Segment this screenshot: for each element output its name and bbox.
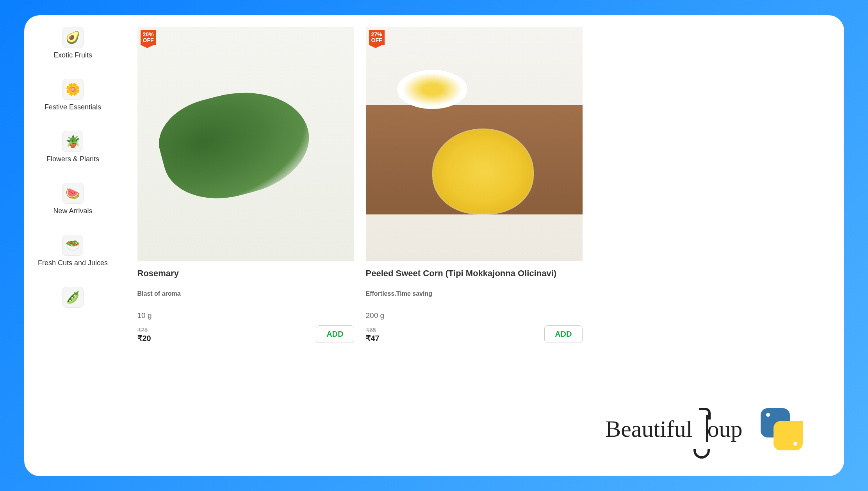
flower-icon: 🌼 [62, 79, 84, 100]
beans-icon: 🫛 [62, 287, 84, 308]
sidebar-item-exotic-fruits[interactable]: 🥑 Exotic Fruits [53, 27, 92, 59]
product-title: Rosemary [137, 268, 354, 279]
price-new: ₹20 [137, 334, 151, 343]
ladle-icon [690, 408, 710, 451]
sidebar-item-label: Festive Essentials [45, 103, 101, 111]
app-window: 🥑 Exotic Fruits 🌼 Festive Essentials 🪴 F… [24, 15, 844, 476]
bs-text-left: Beautiful [605, 416, 692, 443]
python-logo-icon [758, 406, 805, 453]
avocado-icon: 🥑 [62, 27, 84, 48]
discount-percent: 27% [371, 31, 382, 37]
beautifulsoup-logo: Beautiful oup [605, 408, 742, 451]
price-new: ₹47 [366, 334, 380, 343]
product-card-peeled-sweet-corn[interactable]: 27% OFF Peeled Sweet Corn (Tipi Mokkajon… [366, 27, 583, 476]
product-weight: 200 g [366, 311, 583, 320]
price-row: ₹65 ₹47 ADD [366, 325, 583, 343]
sidebar-item-label: Exotic Fruits [53, 51, 92, 59]
sidebar-item-label: New Arrivals [53, 207, 92, 215]
discount-badge: 27% OFF [369, 30, 385, 45]
sidebar-item-more[interactable]: 🫛 [62, 287, 84, 311]
price-row: ₹25 ₹20 ADD [137, 325, 354, 343]
add-button[interactable]: ADD [544, 325, 582, 343]
discount-off: OFF [371, 37, 382, 43]
sidebar: 🥑 Exotic Fruits 🌼 Festive Essentials 🪴 F… [24, 15, 122, 476]
bs-text-right: oup [708, 416, 743, 443]
sidebar-item-label: Flowers & Plants [46, 155, 99, 163]
product-tagline: Blast of aroma [137, 290, 354, 297]
product-card-rosemary[interactable]: 20% OFF Rosemary Blast of aroma 10 g ₹25… [137, 27, 354, 476]
plant-icon: 🪴 [62, 131, 83, 152]
price-old: ₹65 [366, 327, 380, 334]
price-old: ₹25 [137, 327, 151, 334]
sidebar-item-label: Fresh Cuts and Juices [38, 259, 108, 267]
product-image [366, 27, 583, 261]
footer-logos: Beautiful oup [605, 406, 805, 453]
product-tagline: Effortless.Time saving [366, 290, 583, 297]
sidebar-item-fresh-cuts-juices[interactable]: 🥗 Fresh Cuts and Juices [38, 235, 108, 267]
sidebar-item-flowers-plants[interactable]: 🪴 Flowers & Plants [46, 131, 99, 163]
discount-off: OFF [143, 37, 154, 43]
add-button[interactable]: ADD [316, 325, 354, 343]
watermelon-icon: 🍉 [62, 183, 84, 204]
product-image [137, 27, 354, 261]
salad-icon: 🥗 [62, 235, 83, 256]
sidebar-item-new-arrivals[interactable]: 🍉 New Arrivals [53, 183, 92, 215]
discount-badge: 20% OFF [141, 30, 156, 45]
discount-percent: 20% [143, 31, 154, 37]
product-grid: 20% OFF Rosemary Blast of aroma 10 g ₹25… [122, 15, 583, 476]
product-title: Peeled Sweet Corn (Tipi Mokkajonna Olici… [366, 268, 583, 279]
sidebar-item-festive-essentials[interactable]: 🌼 Festive Essentials [45, 79, 101, 111]
product-weight: 10 g [137, 311, 354, 320]
